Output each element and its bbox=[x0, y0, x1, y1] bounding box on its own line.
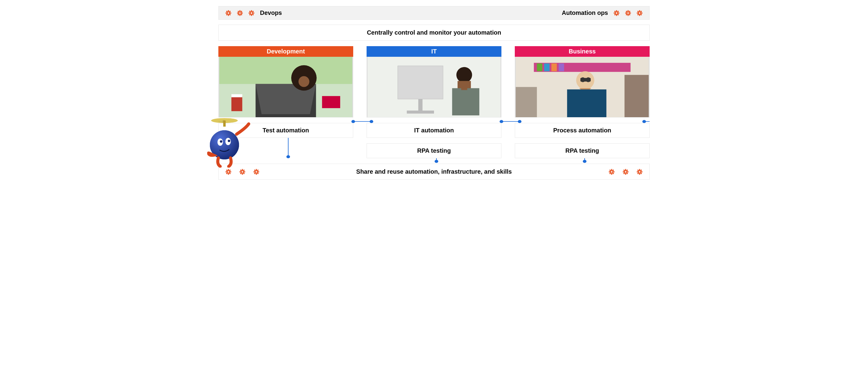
gear-icon bbox=[614, 10, 620, 16]
subtitle-box: Centrally control and monitor your autom… bbox=[218, 25, 650, 41]
gear-icon bbox=[225, 10, 231, 16]
svg-rect-30 bbox=[226, 12, 227, 14]
gear-icon bbox=[239, 169, 245, 175]
svg-rect-178 bbox=[625, 173, 626, 174]
box-it-automation: IT automation bbox=[367, 123, 501, 138]
column-business: Business bbox=[515, 46, 650, 158]
header-bar: Devops Automation ops bbox=[218, 6, 650, 20]
svg-rect-88 bbox=[639, 14, 640, 16]
svg-rect-158 bbox=[256, 169, 257, 170]
gear-icon bbox=[225, 169, 231, 175]
svg-rect-180 bbox=[623, 171, 624, 172]
subtitle-text: Centrally control and monitor your autom… bbox=[367, 29, 501, 36]
gear-icon bbox=[637, 169, 643, 175]
svg-rect-76 bbox=[627, 14, 629, 16]
header-left-label: Devops bbox=[260, 9, 282, 17]
column-header: Business bbox=[515, 46, 650, 57]
svg-rect-26 bbox=[230, 12, 231, 14]
svg-rect-194 bbox=[639, 169, 640, 170]
svg-rect-182 bbox=[625, 169, 626, 170]
svg-rect-28 bbox=[228, 14, 229, 16]
gear-icon bbox=[248, 10, 254, 16]
box-rpa-testing: RPA testing bbox=[367, 143, 501, 158]
gear-icon bbox=[625, 10, 631, 16]
mascot-icon bbox=[206, 116, 252, 168]
svg-rect-119 bbox=[559, 63, 564, 71]
svg-rect-104 bbox=[231, 94, 242, 97]
svg-rect-62 bbox=[618, 12, 620, 14]
svg-rect-74 bbox=[630, 12, 631, 14]
svg-rect-86 bbox=[642, 12, 643, 14]
svg-rect-166 bbox=[611, 173, 612, 174]
svg-rect-64 bbox=[616, 14, 617, 16]
svg-point-102 bbox=[299, 76, 309, 87]
svg-rect-32 bbox=[228, 10, 229, 11]
column-photo bbox=[218, 57, 353, 118]
svg-rect-42 bbox=[237, 12, 239, 14]
box-process-automation: Process automation bbox=[515, 123, 650, 138]
svg-rect-126 bbox=[516, 87, 537, 118]
svg-rect-68 bbox=[616, 10, 617, 11]
svg-rect-134 bbox=[228, 169, 229, 170]
svg-rect-52 bbox=[251, 14, 252, 16]
svg-rect-156 bbox=[254, 171, 255, 172]
column-header: IT bbox=[367, 46, 501, 57]
svg-rect-154 bbox=[256, 173, 257, 174]
svg-rect-78 bbox=[625, 12, 626, 14]
footer-bar: Share and reuse automation, infrastructu… bbox=[218, 164, 650, 180]
svg-rect-164 bbox=[614, 171, 615, 172]
svg-rect-98 bbox=[219, 57, 352, 84]
svg-rect-80 bbox=[627, 10, 629, 11]
svg-rect-170 bbox=[611, 169, 612, 170]
svg-rect-121 bbox=[580, 78, 591, 82]
svg-rect-90 bbox=[637, 12, 638, 14]
svg-rect-125 bbox=[624, 75, 649, 117]
footer-text: Share and reuse automation, infrastructu… bbox=[356, 168, 512, 175]
gear-icon bbox=[253, 169, 259, 175]
header-right-label: Automation ops bbox=[562, 9, 608, 17]
svg-rect-107 bbox=[398, 66, 443, 99]
column-photo bbox=[367, 57, 501, 118]
svg-point-206 bbox=[228, 140, 230, 142]
svg-rect-116 bbox=[537, 63, 542, 71]
column-it: IT IT automation bbox=[367, 46, 501, 158]
svg-rect-168 bbox=[609, 171, 610, 172]
svg-rect-56 bbox=[251, 10, 252, 11]
svg-rect-105 bbox=[322, 96, 340, 108]
gear-icon bbox=[637, 10, 643, 16]
svg-rect-38 bbox=[242, 12, 243, 14]
column-header: Development bbox=[218, 46, 353, 57]
svg-rect-118 bbox=[552, 63, 557, 71]
svg-rect-54 bbox=[249, 12, 250, 14]
svg-rect-92 bbox=[639, 10, 640, 11]
svg-rect-44 bbox=[239, 10, 241, 11]
box-rpa-testing: RPA testing bbox=[515, 143, 650, 158]
svg-rect-66 bbox=[614, 12, 615, 14]
svg-rect-103 bbox=[231, 96, 242, 111]
svg-rect-140 bbox=[244, 171, 245, 172]
svg-rect-146 bbox=[242, 169, 243, 170]
column-photo bbox=[515, 57, 650, 118]
svg-rect-188 bbox=[642, 171, 643, 172]
svg-rect-142 bbox=[242, 173, 243, 174]
svg-rect-50 bbox=[253, 12, 254, 14]
svg-rect-192 bbox=[637, 171, 638, 172]
gear-icon bbox=[623, 169, 629, 175]
svg-rect-109 bbox=[407, 110, 434, 114]
svg-rect-152 bbox=[258, 171, 259, 172]
svg-rect-190 bbox=[639, 173, 640, 174]
gear-icon bbox=[237, 10, 243, 16]
svg-rect-176 bbox=[627, 171, 629, 172]
svg-point-110 bbox=[457, 67, 472, 83]
svg-rect-112 bbox=[452, 88, 479, 116]
columns: Development Test automat bbox=[218, 46, 650, 158]
svg-rect-144 bbox=[240, 171, 241, 172]
svg-rect-117 bbox=[544, 63, 550, 71]
svg-rect-200 bbox=[223, 121, 226, 127]
svg-rect-113 bbox=[461, 84, 467, 90]
gear-icon bbox=[609, 169, 615, 175]
svg-rect-40 bbox=[239, 14, 241, 16]
svg-rect-108 bbox=[418, 99, 423, 111]
svg-rect-124 bbox=[567, 89, 606, 117]
svg-rect-128 bbox=[230, 171, 231, 172]
